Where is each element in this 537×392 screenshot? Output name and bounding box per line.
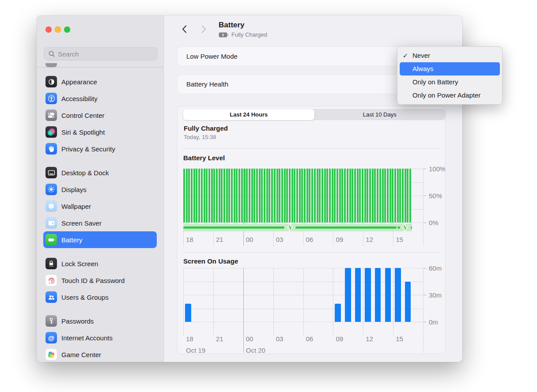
y-axis-label: 30m xyxy=(429,291,442,299)
sidebar-item-label: Passwords xyxy=(61,317,94,325)
x-axis-label: 09 xyxy=(336,335,343,343)
screen-usage-bar xyxy=(395,268,401,322)
y-axis-label: 0m xyxy=(429,318,438,326)
x-axis-label: 06 xyxy=(306,335,314,343)
sidebar-item-users-groups[interactable]: Users & Groups xyxy=(43,289,157,305)
battery-health-label: Battery Health xyxy=(186,80,228,88)
sidebar-item-siri-spotlight[interactable]: Siri & Spotlight xyxy=(43,124,157,140)
x-axis-label: 21 xyxy=(216,236,223,243)
traffic-lights xyxy=(45,26,70,33)
privacy-security-icon xyxy=(45,143,57,155)
screen-usage-bar xyxy=(365,268,371,322)
charging-bolt-icon xyxy=(401,222,409,233)
sidebar-item-label: Screen Saver xyxy=(61,219,102,227)
screen-usage-bar xyxy=(355,268,361,322)
screen-usage-bar xyxy=(345,268,351,322)
low-power-mode-menu: ✓ Never Always Only on Battery Only on P… xyxy=(397,46,503,105)
passwords-icon xyxy=(45,315,57,327)
sidebar-item-internet-accounts[interactable]: @ Internet Accounts xyxy=(43,329,157,346)
sidebar-item-label: Internet Accounts xyxy=(61,334,113,342)
x-axis-label: 15 xyxy=(396,335,403,343)
sidebar-item-accessibility[interactable]: Accessibility xyxy=(43,90,157,107)
page-title: Battery xyxy=(219,21,245,30)
x-axis-label: 00 xyxy=(246,335,253,343)
sidebar-item-wallpaper[interactable]: Wallpaper xyxy=(43,198,157,215)
y-axis-label: 0% xyxy=(429,219,439,226)
forward-button[interactable] xyxy=(198,23,209,35)
x-axis-label: 00 xyxy=(246,236,253,243)
sidebar-item-desktop-dock[interactable]: Desktop & Dock xyxy=(43,164,157,181)
battery-level-bars xyxy=(183,169,412,222)
sidebar-item-battery[interactable]: Battery xyxy=(43,231,157,248)
y-axis-label: 100% xyxy=(429,165,446,173)
appearance-icon xyxy=(45,76,57,87)
tab-last-24-hours[interactable]: Last 24 Hours xyxy=(183,109,314,120)
menu-item-only-on-power-adapter[interactable]: Only on Power Adapter xyxy=(397,89,502,102)
date-label: Oct 20 xyxy=(246,347,265,354)
x-axis-label: 18 xyxy=(186,236,193,243)
divider xyxy=(183,148,439,149)
sidebar-item-label: Siri & Spotlight xyxy=(61,128,105,136)
sidebar-item-screen-saver[interactable]: Screen Saver xyxy=(43,215,157,231)
battery-status-text: Fully Charged xyxy=(231,31,267,38)
partial-sidebar-icon xyxy=(45,63,57,67)
search-field[interactable] xyxy=(44,47,158,60)
menu-item-always[interactable]: Always xyxy=(400,62,500,75)
sidebar-item-displays[interactable]: Displays xyxy=(43,181,157,198)
x-axis-label: 15 xyxy=(396,236,403,243)
battery-status: Fully Charged xyxy=(219,31,267,38)
lock-screen-icon xyxy=(45,258,57,269)
sidebar-item-label: Control Center xyxy=(61,112,105,119)
x-axis-label: 12 xyxy=(366,335,373,343)
menu-item-only-on-battery[interactable]: Only on Battery xyxy=(397,75,502,89)
game-center-icon xyxy=(45,349,57,360)
tab-last-10-days[interactable]: Last 10 Days xyxy=(314,109,446,120)
sidebar-item-passwords[interactable]: Passwords xyxy=(43,313,157,329)
close-button[interactable] xyxy=(45,26,52,33)
x-axis-label: 06 xyxy=(306,236,314,243)
back-button[interactable] xyxy=(178,23,190,35)
battery-charged-icon xyxy=(219,32,229,38)
users-groups-icon xyxy=(45,291,57,303)
sidebar-item-label: Wallpaper xyxy=(61,203,91,210)
charge-status-time: Today, 15:38 xyxy=(184,134,216,140)
checkmark-icon: ✓ xyxy=(403,49,408,62)
screen-usage-bar xyxy=(405,282,411,322)
sidebar: Appearance Accessibility Control Center … xyxy=(37,15,164,362)
siri-spotlight-icon xyxy=(45,126,57,138)
sidebar-item-appearance[interactable]: Appearance xyxy=(43,73,157,90)
control-center-icon xyxy=(45,109,57,121)
menu-item-never[interactable]: ✓ Never xyxy=(397,49,502,62)
charge-status-title: Fully Charged xyxy=(184,124,228,132)
displays-icon xyxy=(45,184,57,195)
minimize-button[interactable] xyxy=(55,26,61,33)
screen-usage-bar xyxy=(385,268,391,322)
internet-accounts-icon: @ xyxy=(45,332,57,343)
sidebar-nav: Appearance Accessibility Control Center … xyxy=(37,73,163,362)
sidebar-item-lock-screen[interactable]: Lock Screen xyxy=(43,255,157,272)
sidebar-item-label: Users & Groups xyxy=(61,294,109,301)
sidebar-item-label: Displays xyxy=(61,186,87,193)
y-axis-label: 60m xyxy=(429,264,442,272)
battery-level-title: Battery Level xyxy=(183,154,225,162)
sidebar-item-label: Battery xyxy=(61,236,83,244)
sidebar-item-label: Game Center xyxy=(61,351,101,358)
screen-usage-bar xyxy=(375,268,381,322)
screen-usage-bar xyxy=(335,304,341,322)
sidebar-item-touch-id-password[interactable]: Touch ID & Password xyxy=(43,272,157,289)
sidebar-item-control-center[interactable]: Control Center xyxy=(43,107,157,124)
sidebar-divider xyxy=(37,67,163,68)
sidebar-item-label: Touch ID & Password xyxy=(61,277,125,284)
x-axis-label: 03 xyxy=(276,236,284,243)
desktop-dock-icon xyxy=(45,167,57,178)
sidebar-item-label: Accessibility xyxy=(61,95,98,102)
sidebar-item-privacy-security[interactable]: Privacy & Security xyxy=(43,140,157,157)
screen-on-usage-title: Screen On Usage xyxy=(183,257,238,265)
sidebar-item-game-center[interactable]: Game Center xyxy=(43,346,157,362)
battery-level-chart: 1821000306091215100%50%0% xyxy=(183,169,423,222)
sidebar-item-label: Lock Screen xyxy=(61,260,98,268)
zoom-button[interactable] xyxy=(64,26,70,33)
charging-strip xyxy=(183,224,412,231)
sidebar-item-label: Appearance xyxy=(61,78,97,86)
search-input[interactable] xyxy=(58,50,153,58)
